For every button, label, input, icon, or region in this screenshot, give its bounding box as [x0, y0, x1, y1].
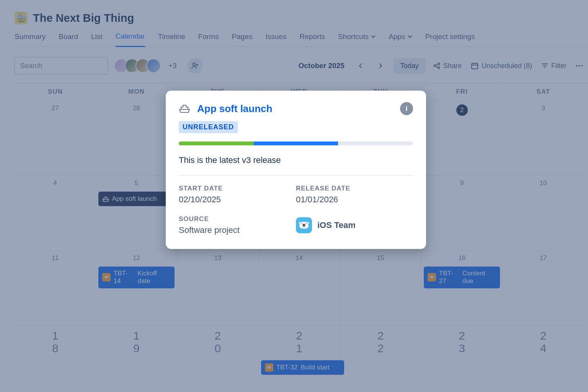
release-modal: App soft launch i UNRELEASED This is the… [166, 91, 426, 249]
team-name: iOS Team [317, 220, 356, 230]
info-button[interactable]: i [400, 102, 413, 115]
start-date-field: START DATE 02/10/2025 [179, 185, 296, 205]
source-label: SOURCE [179, 215, 296, 223]
team-icon: 🐻‍❄️ [296, 217, 312, 233]
progress-bar [179, 142, 413, 145]
release-date-field: RELEASE DATE 01/01/2026 [296, 185, 413, 205]
progress-done [179, 142, 254, 145]
source-value: Software project [179, 225, 296, 235]
modal-description: This is the latest v3 release [179, 155, 413, 165]
status-badge: UNRELEASED [179, 121, 238, 133]
source-field: SOURCE Software project [179, 215, 296, 235]
modal-title[interactable]: App soft launch [197, 103, 393, 115]
start-date-value: 02/10/2025 [179, 195, 296, 205]
team-link[interactable]: 🐻‍❄️ iOS Team [296, 215, 413, 235]
release-date-label: RELEASE DATE [296, 185, 413, 192]
ship-icon [179, 104, 190, 114]
start-date-label: START DATE [179, 185, 296, 192]
progress-inprogress [254, 142, 338, 145]
divider [179, 175, 413, 176]
release-date-value: 01/01/2026 [296, 195, 413, 205]
